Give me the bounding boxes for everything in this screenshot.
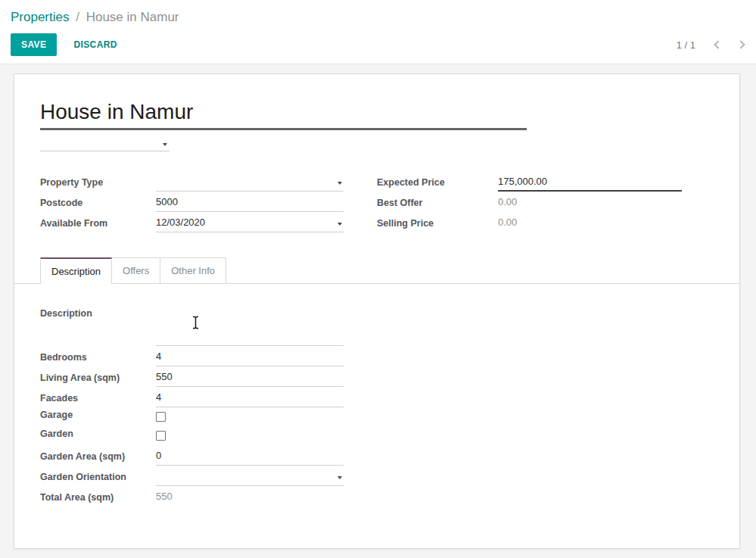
notebook: Description Offers Other Info Descriptio…: [40, 257, 714, 507]
breadcrumb: Properties / House in Namur: [11, 9, 744, 26]
tags-input[interactable]: [40, 136, 170, 151]
field-row-garden: Garden: [40, 426, 344, 445]
field-grid: Property Type Postcode 5000 Available Fr…: [40, 171, 714, 232]
field-row-expected-price: Expected Price 175,000.00: [377, 171, 682, 192]
living-area-label: Living Area (sqm): [40, 373, 156, 387]
field-row-bedrooms: Bedrooms 4: [40, 346, 344, 366]
tab-strip: Description Offers Other Info: [14, 257, 739, 284]
garden-area-label: Garden Area (sqm): [40, 451, 156, 466]
field-row-living-area: Living Area (sqm) 550: [40, 366, 344, 387]
facades-label: Facades: [40, 393, 156, 407]
bedrooms-input[interactable]: 4: [156, 351, 344, 366]
garden-checkbox[interactable]: [156, 431, 166, 441]
text-cursor-icon: [191, 316, 200, 332]
postcode-label: Postcode: [40, 198, 156, 212]
pager-count: 1 / 1: [677, 39, 695, 51]
content-area: House in Namur Property Type Postcode 50…: [0, 64, 756, 558]
pager: 1 / 1: [677, 39, 744, 51]
toolbar: SAVE DISCARD 1 / 1: [11, 33, 744, 56]
control-panel: Properties / House in Namur SAVE DISCARD…: [0, 0, 756, 64]
breadcrumb-properties-link[interactable]: Properties: [11, 10, 69, 24]
property-type-label: Property Type: [40, 177, 156, 192]
best-offer-value: 0.00: [498, 196, 682, 212]
form-sheet: House in Namur Property Type Postcode 50…: [14, 73, 740, 549]
field-row-description: Description: [40, 307, 344, 346]
field-row-best-offer: Best Offer 0.00: [377, 192, 682, 212]
best-offer-label: Best Offer: [377, 198, 498, 212]
property-type-select[interactable]: [156, 176, 344, 192]
expected-price-label: Expected Price: [377, 177, 498, 192]
available-from-label: Available From: [40, 218, 156, 232]
living-area-input[interactable]: 550: [156, 371, 344, 387]
garden-orientation-label: Garden Orientation: [40, 472, 156, 486]
garden-orientation-select[interactable]: [156, 470, 344, 486]
chevron-down-icon[interactable]: [338, 223, 342, 226]
total-area-label: Total Area (sqm): [40, 492, 156, 507]
garage-checkbox[interactable]: [156, 412, 166, 422]
field-row-property-type: Property Type: [40, 171, 344, 192]
discard-button[interactable]: DISCARD: [69, 34, 121, 55]
garden-area-input[interactable]: 0: [156, 450, 344, 466]
garage-label: Garage: [40, 410, 156, 424]
tab-other-info[interactable]: Other Info: [160, 257, 226, 283]
total-area-value: 550: [156, 491, 344, 507]
field-row-total-area: Total Area (sqm) 550: [40, 486, 344, 507]
selling-price-label: Selling Price: [377, 218, 498, 232]
field-row-available-from: Available From 12/03/2020: [40, 212, 344, 232]
field-row-garden-area: Garden Area (sqm) 0: [40, 445, 344, 466]
postcode-input[interactable]: 5000: [156, 196, 344, 212]
field-row-garden-orientation: Garden Orientation: [40, 466, 344, 486]
tab-offers[interactable]: Offers: [112, 257, 160, 283]
field-row-garage: Garage: [40, 407, 344, 426]
description-tab-content: Description Bedrooms 4: [40, 284, 714, 507]
field-row-selling-price: Selling Price 0.00: [377, 212, 682, 232]
available-from-input[interactable]: 12/03/2020: [156, 217, 344, 232]
pager-previous-icon[interactable]: [714, 40, 722, 48]
description-label: Description: [40, 307, 156, 346]
field-row-postcode: Postcode 5000: [40, 192, 344, 212]
selling-price-value: 0.00: [498, 217, 682, 232]
description-textarea[interactable]: [156, 307, 344, 346]
bedrooms-label: Bedrooms: [40, 352, 156, 366]
field-row-facades: Facades 4: [40, 387, 344, 407]
left-column: Property Type Postcode 5000 Available Fr…: [40, 171, 344, 232]
right-column: Expected Price 175,000.00 Best Offer 0.0…: [377, 171, 682, 232]
garden-label: Garden: [40, 429, 156, 443]
expected-price-input[interactable]: 175,000.00: [498, 176, 682, 192]
chevron-down-icon[interactable]: [338, 182, 342, 185]
tab-description[interactable]: Description: [40, 257, 112, 284]
breadcrumb-separator: /: [76, 10, 79, 24]
property-name-input[interactable]: House in Namur: [40, 99, 527, 130]
facades-input[interactable]: 4: [156, 391, 344, 407]
save-button[interactable]: SAVE: [11, 33, 57, 56]
chevron-down-icon[interactable]: [163, 143, 167, 146]
chevron-down-icon[interactable]: [338, 476, 342, 479]
breadcrumb-current: House in Namur: [86, 10, 179, 24]
pager-next-icon[interactable]: [736, 40, 745, 48]
